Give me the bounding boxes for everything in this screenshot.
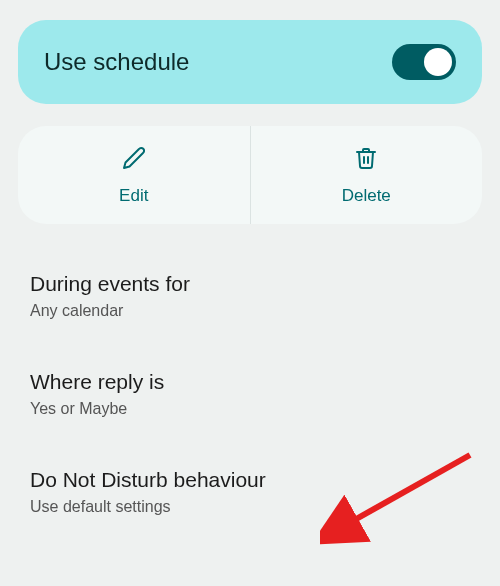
- pencil-icon: [122, 146, 146, 174]
- use-schedule-label: Use schedule: [44, 48, 189, 76]
- setting-title: Do Not Disturb behaviour: [30, 468, 470, 492]
- trash-icon: [354, 146, 378, 174]
- use-schedule-toggle-card[interactable]: Use schedule: [18, 20, 482, 104]
- actions-row: Edit Delete: [18, 126, 482, 224]
- edit-label: Edit: [119, 186, 148, 206]
- delete-button[interactable]: Delete: [251, 126, 483, 224]
- setting-subtitle: Use default settings: [30, 498, 470, 516]
- edit-button[interactable]: Edit: [18, 126, 251, 224]
- setting-where-reply[interactable]: Where reply is Yes or Maybe: [18, 356, 482, 432]
- setting-title: During events for: [30, 272, 470, 296]
- setting-title: Where reply is: [30, 370, 470, 394]
- switch-knob: [424, 48, 452, 76]
- setting-dnd-behaviour[interactable]: Do Not Disturb behaviour Use default set…: [18, 454, 482, 530]
- setting-subtitle: Yes or Maybe: [30, 400, 470, 418]
- delete-label: Delete: [342, 186, 391, 206]
- setting-during-events[interactable]: During events for Any calendar: [18, 258, 482, 334]
- setting-subtitle: Any calendar: [30, 302, 470, 320]
- use-schedule-switch[interactable]: [392, 44, 456, 80]
